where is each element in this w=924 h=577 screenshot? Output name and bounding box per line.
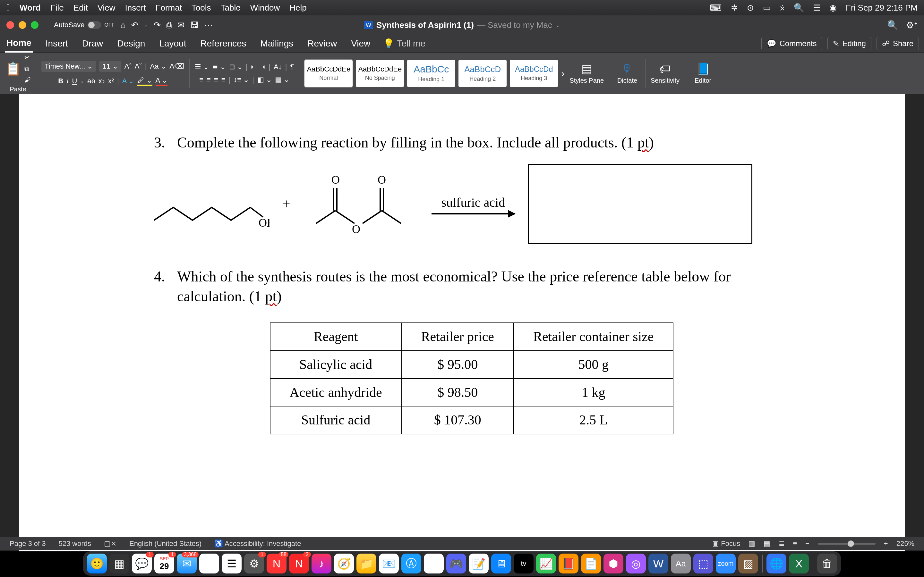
multilevel-icon[interactable]: ⊟ ⌄ bbox=[229, 63, 242, 71]
font-name-select[interactable]: Times New... ⌄ bbox=[41, 61, 96, 72]
focus-mode-button[interactable]: ▣ Focus bbox=[712, 540, 740, 548]
zoom-app-icon[interactable]: zoom bbox=[716, 554, 736, 574]
input-icon[interactable]: ⌨ bbox=[710, 3, 722, 13]
screenshare-icon[interactable]: 🖥 bbox=[491, 554, 511, 574]
font-color-icon[interactable]: A ⌄ bbox=[156, 76, 168, 86]
undo-icon[interactable]: ↶ bbox=[131, 20, 138, 30]
align-center-icon[interactable]: ≡ bbox=[207, 76, 211, 84]
menu-window[interactable]: Window bbox=[250, 3, 280, 13]
align-left-icon[interactable]: ≡ bbox=[199, 76, 204, 84]
styles-pane-button[interactable]: ▤Styles Pane bbox=[569, 62, 604, 84]
tab-design[interactable]: Design bbox=[116, 35, 146, 52]
tell-me-search[interactable]: 💡 Tell me bbox=[383, 38, 425, 49]
style-heading-3[interactable]: AaBbCcDdHeading 3 bbox=[510, 60, 558, 87]
menu-file[interactable]: File bbox=[50, 3, 64, 13]
page-indicator[interactable]: Page 3 of 3 bbox=[10, 540, 46, 548]
notes-icon[interactable]: ☰ bbox=[222, 554, 242, 574]
justify-icon[interactable]: ≡ bbox=[221, 76, 226, 84]
appstore-icon[interactable]: Ⓐ bbox=[199, 554, 219, 574]
discord-icon[interactable]: 🎮 bbox=[446, 554, 466, 574]
minimize-window-button[interactable] bbox=[19, 21, 26, 29]
print-icon[interactable]: ⎙ bbox=[166, 20, 172, 30]
tab-layout[interactable]: Layout bbox=[158, 35, 187, 52]
netflix-icon[interactable]: N58 bbox=[267, 554, 286, 574]
share-settings-icon[interactable]: ⚙ᐩ bbox=[906, 20, 918, 31]
chrome-icon[interactable]: ◉ bbox=[424, 554, 444, 574]
bluetooth-icon[interactable]: ✲ bbox=[731, 3, 738, 13]
styles-more-icon[interactable]: › bbox=[561, 68, 564, 79]
mail-icon[interactable]: ✉ bbox=[178, 20, 184, 30]
strike-button[interactable]: ab bbox=[87, 77, 95, 85]
launchpad-icon[interactable]: ▦ bbox=[110, 554, 129, 574]
finder-icon[interactable]: 🙂 bbox=[87, 554, 107, 574]
tab-view[interactable]: View bbox=[350, 35, 372, 52]
borders-icon[interactable]: ▦ ⌄ bbox=[275, 76, 289, 84]
battery-icon[interactable]: ▭ bbox=[763, 3, 771, 13]
menu-tools[interactable]: Tools bbox=[192, 3, 211, 13]
shortcuts-icon[interactable]: ⬚ bbox=[693, 554, 713, 574]
tab-mailings[interactable]: Mailings bbox=[259, 35, 295, 52]
italic-button[interactable]: I bbox=[66, 77, 69, 85]
indent-icon[interactable]: ⇥ bbox=[260, 63, 265, 71]
zoom-out-button[interactable]: − bbox=[805, 540, 809, 548]
styles-gallery[interactable]: AaBbCcDdEeNormal AaBbCcDdEeNo Spacing Aa… bbox=[304, 60, 564, 87]
bullets-icon[interactable]: ☰ ⌄ bbox=[195, 63, 209, 71]
minecraft-icon[interactable]: ▨ bbox=[738, 554, 758, 574]
messages-icon[interactable]: 💬1 bbox=[132, 554, 152, 574]
tab-draw[interactable]: Draw bbox=[81, 35, 104, 52]
folder-icon[interactable]: 📁 bbox=[357, 554, 376, 574]
tab-home[interactable]: Home bbox=[5, 35, 33, 53]
appletv-icon[interactable]: tv bbox=[514, 554, 533, 574]
clock[interactable]: Fri Sep 29 2:16 PM bbox=[846, 3, 918, 13]
news-icon[interactable]: N2 bbox=[289, 554, 309, 574]
copy-icon[interactable]: ⧉ bbox=[24, 65, 31, 73]
editor-button[interactable]: 📘Editor bbox=[690, 62, 716, 84]
outdent-icon[interactable]: ⇤ bbox=[250, 63, 256, 71]
tab-review[interactable]: Review bbox=[306, 35, 338, 52]
style-heading-1[interactable]: AaBbCcHeading 1 bbox=[407, 60, 455, 87]
control-center-icon[interactable]: ☰ bbox=[813, 3, 821, 13]
outlook-icon[interactable]: 📧 bbox=[379, 554, 399, 574]
title-dropdown-icon[interactable]: ⌄ bbox=[556, 21, 560, 29]
comments-button[interactable]: 💬 Comments bbox=[761, 37, 822, 50]
font-size-select[interactable]: 11 ⌄ bbox=[99, 61, 121, 72]
numbering-icon[interactable]: ≣ ⌄ bbox=[212, 63, 226, 71]
bold-button[interactable]: B bbox=[58, 77, 63, 85]
outline-icon[interactable]: ≣ bbox=[779, 540, 784, 548]
dictate-button[interactable]: 🎙Dictate bbox=[614, 62, 640, 84]
shading-icon[interactable]: ◧ ⌄ bbox=[257, 76, 272, 84]
sort-icon[interactable]: A↓ bbox=[274, 63, 282, 71]
show-marks-icon[interactable]: ¶ bbox=[290, 63, 294, 71]
style-normal[interactable]: AaBbCcDdEeNormal bbox=[304, 60, 352, 87]
tab-insert[interactable]: Insert bbox=[44, 35, 69, 52]
more-icon[interactable]: ⋯ bbox=[204, 20, 213, 30]
menu-edit[interactable]: Edit bbox=[73, 3, 88, 13]
onenote-icon[interactable]: 📝 bbox=[469, 554, 489, 574]
clear-format-icon[interactable]: A⌫ bbox=[170, 62, 184, 71]
format-painter-icon[interactable]: 🖌 bbox=[24, 76, 31, 84]
accessibility-indicator[interactable]: ♿ Accessibility: Investigate bbox=[214, 540, 301, 548]
document-viewport[interactable]: 3. Complete the following reaction by fi… bbox=[0, 94, 924, 551]
product-answer-box[interactable] bbox=[528, 164, 752, 244]
font-book-icon[interactable]: Aa bbox=[671, 554, 691, 574]
stocks-icon[interactable]: 📈 bbox=[536, 554, 556, 574]
document-title[interactable]: Synthesis of Aspirin1 (1) bbox=[376, 20, 474, 30]
align-right-icon[interactable]: ≡ bbox=[214, 76, 218, 84]
tab-references[interactable]: References bbox=[199, 35, 247, 52]
menu-insert[interactable]: Insert bbox=[125, 3, 146, 13]
appstore2-icon[interactable]: Ⓐ bbox=[401, 554, 421, 574]
apple-menu-icon[interactable]:  bbox=[6, 2, 10, 13]
spell-check-icon[interactable]: ▢⨯ bbox=[104, 540, 116, 548]
shrink-font-icon[interactable]: Aˇ bbox=[135, 62, 142, 71]
change-case-icon[interactable]: Aa ⌄ bbox=[150, 62, 166, 71]
word-icon[interactable]: W bbox=[648, 554, 668, 574]
safari-icon[interactable]: 🧭 bbox=[334, 554, 354, 574]
editing-mode-button[interactable]: ✎ Editing bbox=[827, 37, 871, 50]
home-icon[interactable]: ⌂ bbox=[120, 20, 126, 30]
print-layout-icon[interactable]: ▥ bbox=[748, 540, 755, 548]
web-layout-icon[interactable]: ▤ bbox=[764, 540, 771, 548]
app-name[interactable]: Word bbox=[19, 3, 41, 13]
text-effects-icon[interactable]: A ⌄ bbox=[122, 77, 134, 85]
menu-format[interactable]: Format bbox=[156, 3, 182, 13]
books-icon[interactable]: 📕 bbox=[559, 554, 578, 574]
